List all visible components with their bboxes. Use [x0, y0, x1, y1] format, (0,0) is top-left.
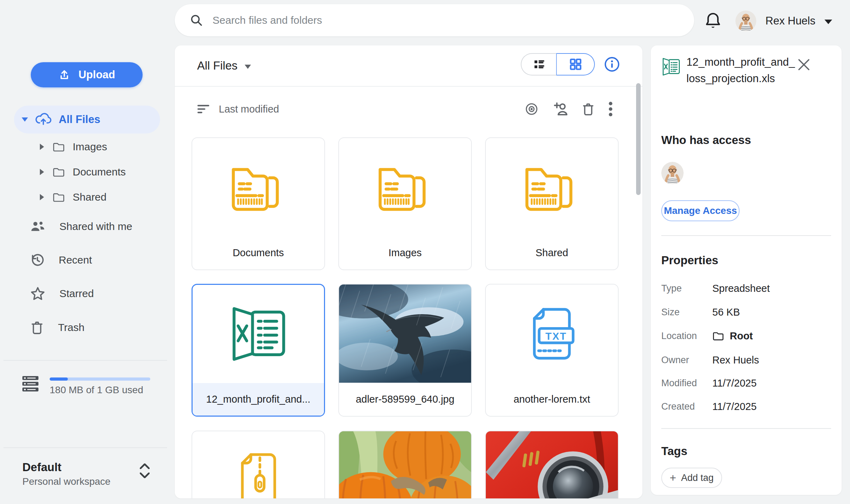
- folder-icon: [52, 167, 65, 177]
- folder-card-images[interactable]: Images: [338, 137, 472, 270]
- image-thumbnail-car: [486, 431, 618, 498]
- upload-button[interactable]: Upload: [31, 62, 143, 87]
- user-name: Rex Huels: [765, 15, 815, 27]
- view-title-dropdown[interactable]: All Files: [197, 45, 251, 86]
- page-title: All Files: [197, 59, 238, 72]
- access-section-title: Who has access: [661, 134, 751, 147]
- sort-control[interactable]: Last modified: [197, 96, 279, 122]
- storage-progress-fill: [50, 377, 68, 381]
- sidebar-item-label: Documents: [73, 166, 126, 178]
- sidebar-item-shared[interactable]: Shared: [34, 185, 166, 210]
- file-card-image-pumpkins[interactable]: [338, 431, 472, 498]
- sort-icon: [197, 103, 210, 115]
- details-panel: 12_month_profit_and_loss_projection.xls …: [651, 45, 842, 495]
- add-tag-label: Add tag: [681, 473, 714, 483]
- file-card-archive[interactable]: [192, 431, 325, 498]
- cloud-upload-icon: [34, 112, 52, 127]
- storage-icon: [22, 376, 38, 391]
- chevron-down-icon: [140, 473, 150, 478]
- details-file-name: 12_month_profit_and_loss_projection.xls: [686, 54, 795, 87]
- divider: [661, 235, 831, 236]
- chevron-right-icon[interactable]: [40, 169, 44, 175]
- file-card-image-car[interactable]: [485, 431, 619, 498]
- preview-button[interactable]: [524, 102, 539, 116]
- folder-icon: [52, 192, 65, 202]
- property-row-modified: Modified 11/7/2025: [661, 375, 831, 391]
- search-input[interactable]: [212, 14, 679, 26]
- sidebar-divider: [3, 360, 167, 361]
- property-row-size: Size 56 KB: [661, 304, 831, 320]
- chevron-down-icon: [22, 117, 28, 122]
- notifications-button[interactable]: [703, 11, 723, 31]
- property-label: Created: [661, 401, 712, 412]
- list-view-button[interactable]: [521, 53, 556, 75]
- property-value: 11/7/2025: [712, 377, 757, 389]
- people-icon: [30, 219, 45, 233]
- folder-icon: [712, 331, 724, 341]
- more-options-button[interactable]: [608, 101, 613, 117]
- preview-icon: [524, 102, 539, 116]
- tags-section-title: Tags: [661, 445, 687, 458]
- folder-card-shared[interactable]: Shared: [485, 137, 619, 270]
- properties-section-title: Properties: [661, 254, 718, 267]
- spreadsheet-icon: [228, 305, 288, 363]
- grid-view-button[interactable]: [556, 53, 595, 75]
- image-thumbnail-eagle: [339, 285, 471, 383]
- storage-progress: [50, 377, 150, 381]
- close-panel-button[interactable]: [795, 57, 812, 73]
- sidebar-item-label: Shared: [73, 191, 107, 203]
- sidebar-item-label: All Files: [59, 113, 100, 126]
- upload-label: Upload: [78, 69, 115, 81]
- sidebar-item-label: Images: [73, 141, 107, 153]
- sidebar-item-all-files[interactable]: All Files: [14, 106, 160, 134]
- list-view-icon: [532, 58, 546, 71]
- property-row-created: Created 11/7/2025: [661, 399, 831, 414]
- share-add-person-button[interactable]: [552, 102, 568, 116]
- file-name: 12_month_profit_and...: [193, 383, 324, 416]
- zip-file-icon: [237, 452, 280, 499]
- sidebar-item-label: Shared with me: [59, 221, 132, 232]
- sidebar-item-documents[interactable]: Documents: [34, 159, 166, 185]
- sidebar-item-label: Trash: [58, 322, 85, 333]
- manage-access-button[interactable]: Manage Access: [661, 200, 740, 221]
- folder-name: Documents: [192, 236, 324, 269]
- trash-icon: [30, 320, 44, 335]
- folder-card-documents[interactable]: Documents: [192, 137, 325, 270]
- property-label: Modified: [661, 378, 712, 389]
- sidebar: Upload All Files Images Documents Shared…: [0, 0, 175, 504]
- add-tag-button[interactable]: + Add tag: [661, 468, 722, 488]
- chevron-right-icon[interactable]: [40, 194, 44, 200]
- file-card-image-eagle[interactable]: adler-589599_640.jpg: [338, 284, 472, 417]
- file-card-text[interactable]: TXT another-lorem.txt: [485, 284, 619, 417]
- property-row-type: Type Spreadsheet: [661, 281, 831, 296]
- delete-button[interactable]: [582, 102, 595, 116]
- property-label: Location: [661, 331, 712, 341]
- location-link[interactable]: Root: [712, 330, 753, 342]
- chevron-down-icon: [824, 20, 832, 24]
- folder-name: Shared: [486, 236, 618, 269]
- workspace-switcher[interactable]: [137, 463, 152, 486]
- sidebar-item-shared-with-me[interactable]: Shared with me: [14, 213, 164, 240]
- sidebar-item-recent[interactable]: Recent: [14, 246, 164, 274]
- sidebar-item-trash[interactable]: Trash: [14, 314, 164, 341]
- property-row-owner: Owner Rex Huels: [661, 352, 831, 368]
- search-bar[interactable]: [175, 4, 694, 36]
- info-button[interactable]: [604, 56, 620, 72]
- folder-icon: [375, 161, 435, 214]
- chevron-right-icon[interactable]: [40, 144, 44, 150]
- image-thumbnail-pumpkins: [339, 431, 471, 498]
- person-add-icon: [552, 102, 568, 116]
- file-card-spreadsheet[interactable]: 12_month_profit_and...: [192, 284, 325, 417]
- sidebar-item-starred[interactable]: Starred: [14, 280, 164, 308]
- sidebar-item-images[interactable]: Images: [34, 134, 166, 159]
- user-menu[interactable]: Rex Huels: [735, 8, 832, 34]
- sidebar-divider: [3, 447, 167, 448]
- search-icon: [190, 14, 203, 27]
- spreadsheet-icon: [661, 57, 681, 76]
- folder-name: Images: [339, 236, 471, 269]
- property-value: 56 KB: [712, 307, 740, 318]
- avatar[interactable]: [661, 162, 684, 184]
- scrollbar-thumb[interactable]: [636, 83, 641, 195]
- chevron-up-icon: [140, 463, 150, 469]
- property-row-location: Location Root: [661, 328, 831, 344]
